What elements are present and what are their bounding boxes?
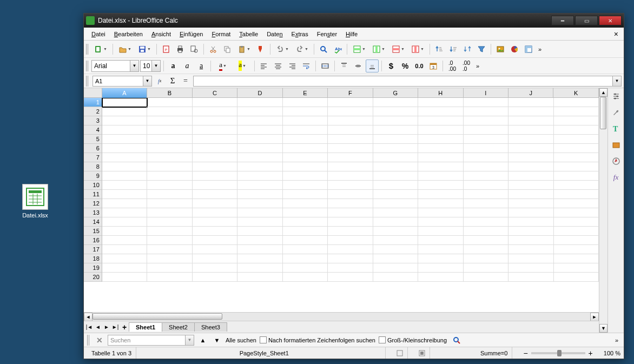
hscroll-thumb[interactable]	[93, 313, 222, 320]
cell[interactable]	[237, 273, 282, 282]
cell[interactable]	[328, 162, 373, 171]
cell[interactable]	[508, 199, 553, 208]
underline-button[interactable]: a	[195, 59, 208, 72]
zoom-control[interactable]: − +	[519, 347, 597, 359]
cell[interactable]	[328, 273, 373, 282]
cell[interactable]	[102, 181, 147, 190]
cell[interactable]	[418, 227, 463, 236]
cell[interactable]	[237, 254, 282, 263]
cell[interactable]	[373, 245, 418, 254]
cell[interactable]	[147, 107, 192, 116]
cell[interactable]	[147, 144, 192, 153]
merge-cells-button[interactable]	[319, 59, 332, 72]
cell[interactable]	[418, 208, 463, 217]
find-formatted-checkbox[interactable]: Nach formatierten Zeichenfolgen suchen	[260, 336, 375, 343]
cell[interactable]	[283, 273, 328, 282]
row-header[interactable]: 16	[84, 236, 102, 245]
cell[interactable]	[373, 190, 418, 199]
cell[interactable]	[554, 227, 599, 236]
print-button[interactable]	[174, 43, 187, 56]
cell[interactable]	[237, 181, 282, 190]
cell[interactable]	[193, 162, 237, 171]
cell[interactable]	[373, 107, 418, 116]
cell[interactable]	[464, 199, 508, 208]
cell[interactable]	[237, 135, 282, 144]
cell[interactable]	[193, 125, 237, 135]
cell[interactable]	[283, 125, 328, 135]
cell[interactable]	[283, 98, 328, 107]
row-header[interactable]: 17	[84, 245, 102, 254]
cell[interactable]	[283, 153, 328, 162]
menu-ansicht[interactable]: Ansicht	[147, 29, 175, 39]
cell[interactable]	[418, 153, 463, 162]
cell[interactable]	[147, 190, 192, 199]
cell[interactable]	[464, 116, 508, 125]
cell[interactable]	[373, 181, 418, 190]
toolbar-grip[interactable]	[87, 335, 90, 346]
menu-bearbeiten[interactable]: Bearbeiten	[110, 29, 147, 39]
cell[interactable]	[418, 162, 463, 171]
column-header[interactable]: C	[193, 88, 237, 98]
cell[interactable]	[508, 116, 553, 125]
cell[interactable]	[193, 273, 237, 282]
cell[interactable]	[237, 190, 282, 199]
cell[interactable]	[193, 98, 237, 107]
cell[interactable]	[283, 217, 328, 227]
align-center-button[interactable]	[272, 59, 285, 72]
cell[interactable]	[464, 144, 508, 153]
cell[interactable]	[237, 245, 282, 254]
find-more-button[interactable]: »	[613, 337, 620, 343]
status-selection-mode[interactable]	[414, 347, 430, 359]
cell[interactable]	[328, 116, 373, 125]
cell[interactable]	[464, 153, 508, 162]
menu-datei[interactable]: Datei	[87, 29, 110, 39]
cell[interactable]	[373, 116, 418, 125]
status-pagestyle[interactable]: PageStyle_Sheet1	[143, 347, 386, 359]
cell[interactable]	[508, 153, 553, 162]
cell[interactable]	[102, 263, 147, 273]
cell[interactable]	[102, 254, 147, 263]
row-header[interactable]: 3	[84, 116, 102, 125]
cell[interactable]	[508, 135, 553, 144]
cell[interactable]	[464, 263, 508, 273]
cell[interactable]	[237, 153, 282, 162]
find-prev-button[interactable]: ▲	[197, 335, 208, 346]
cell[interactable]	[283, 162, 328, 171]
align-middle-button[interactable]	[352, 59, 365, 72]
gallery-icon[interactable]	[610, 139, 622, 151]
cell[interactable]	[328, 208, 373, 217]
tab-next-button[interactable]: ►	[102, 323, 111, 332]
row-header[interactable]: 8	[84, 162, 102, 171]
cell[interactable]	[283, 171, 328, 181]
cell[interactable]	[283, 190, 328, 199]
cell[interactable]	[102, 144, 147, 153]
insert-image-button[interactable]	[494, 43, 507, 56]
cell[interactable]	[102, 171, 147, 181]
cell[interactable]	[102, 273, 147, 282]
cell[interactable]	[102, 98, 147, 107]
zoom-out-button[interactable]: −	[523, 349, 527, 358]
cell[interactable]	[147, 217, 192, 227]
cell[interactable]	[464, 135, 508, 144]
font-size-select[interactable]: 10▼	[140, 60, 161, 72]
cell[interactable]	[418, 171, 463, 181]
cell[interactable]	[418, 107, 463, 116]
cell[interactable]	[147, 245, 192, 254]
autofilter-button[interactable]	[475, 43, 488, 56]
cell[interactable]	[237, 107, 282, 116]
cell[interactable]	[554, 208, 599, 217]
cell[interactable]	[508, 254, 553, 263]
cell[interactable]	[102, 125, 147, 135]
cell[interactable]	[328, 263, 373, 273]
spellcheck-button[interactable]: Abc	[331, 43, 344, 56]
menu-tabelle[interactable]: Tabelle	[235, 29, 262, 39]
menu-extras[interactable]: Extras	[287, 29, 313, 39]
cell[interactable]	[102, 199, 147, 208]
cell[interactable]	[237, 227, 282, 236]
cell[interactable]	[464, 245, 508, 254]
delete-col-button[interactable]: ▼	[408, 43, 427, 56]
cell[interactable]	[328, 190, 373, 199]
cell[interactable]	[328, 217, 373, 227]
remove-decimal-button[interactable]: .00.0	[460, 59, 473, 72]
cell[interactable]	[464, 217, 508, 227]
